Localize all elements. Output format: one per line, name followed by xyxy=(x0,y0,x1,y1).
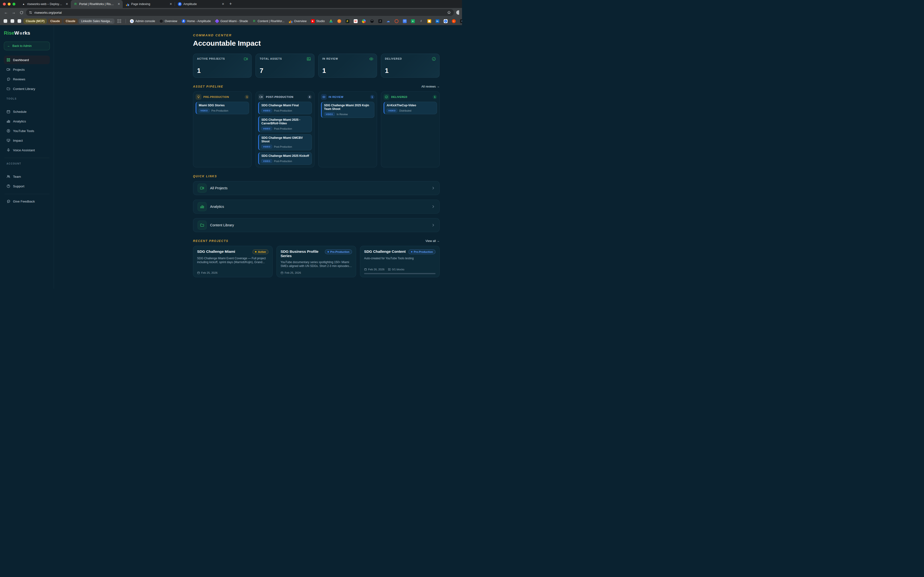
tab-group-claude-2[interactable]: Claude xyxy=(63,19,78,24)
column-name: DELIVERED xyxy=(391,95,431,98)
all-reviews-link[interactable]: All reviews → xyxy=(421,85,440,88)
sidebar-item-analytics[interactable]: Analytics xyxy=(4,117,50,126)
card-title: SDG Challenge Miami 2025 Kojin Team Shoo… xyxy=(324,104,372,111)
pipeline-card[interactable]: Miami SDG Stories VIDEOPre-Production xyxy=(196,102,249,114)
bookmark-cloud[interactable]: ☁ xyxy=(385,19,392,23)
bookmark-riseworks-website[interactable]: // RiseWorks Websit... xyxy=(458,19,462,23)
bookmark-overview-1[interactable]: Overview xyxy=(158,19,179,23)
project-card-sdg-challenge-content[interactable]: SDG Challenge Content Pre-Production Aut… xyxy=(360,246,440,277)
extension-icon-partial[interactable] xyxy=(456,10,459,15)
back-icon[interactable]: ← xyxy=(3,10,9,16)
bookmark-studio[interactable]: ▶ Studio xyxy=(309,19,326,23)
quick-link-content-library[interactable]: Content Library xyxy=(193,218,440,232)
bookmark-good-miami-shade[interactable]: Good Miami - Shade xyxy=(213,19,250,23)
bookmark-sheets[interactable]: + xyxy=(409,19,416,23)
quick-link-analytics[interactable]: Analytics xyxy=(193,200,440,214)
amplitude-icon: A xyxy=(178,2,182,6)
tab-page-indexing[interactable]: Page indexing ✕ xyxy=(123,0,175,8)
sidebar-tools: Schedule Analytics YouTube Tools Impact … xyxy=(4,107,50,155)
column-cards: SDG Challenge Miami 2025 Kojin Team Shoo… xyxy=(321,102,374,118)
sidebar-item-dashboard[interactable]: Dashboard xyxy=(4,56,50,64)
sidebar-item-content-library[interactable]: Content Library xyxy=(4,84,50,93)
sidebar-item-reviews[interactable]: Reviews xyxy=(4,75,50,84)
bookmark-star-icon[interactable] xyxy=(447,11,451,15)
sidebar-divider xyxy=(4,194,49,194)
bookmark-docs[interactable] xyxy=(401,19,408,23)
sidebar-footer: Give Feedback xyxy=(4,197,50,206)
bookmark-strokes[interactable]: // xyxy=(418,19,425,23)
minimize-window-button[interactable] xyxy=(8,3,11,5)
status-dot xyxy=(411,251,413,253)
reload-icon[interactable] xyxy=(18,10,24,16)
bookmark-reddit[interactable]: ☺ xyxy=(450,19,458,23)
new-tab-button[interactable]: + xyxy=(227,2,234,6)
project-card-sdg-challenge-miami[interactable]: SDG Challenge Miami Active SDG Challenge… xyxy=(193,246,273,277)
bookmark-gmail[interactable]: M xyxy=(352,19,359,23)
bookmark-compass[interactable] xyxy=(442,19,449,23)
close-tab-icon[interactable]: ✕ xyxy=(221,2,225,6)
close-tab-icon[interactable]: ✕ xyxy=(65,2,69,6)
close-tab-icon[interactable]: ✕ xyxy=(117,2,121,6)
bookmark-overview-2[interactable]: Overview xyxy=(287,19,308,23)
pipeline-card[interactable]: SDG Challenge Miami GMCBV Shoot VIDEOPos… xyxy=(258,134,311,150)
tab-group-square-icon[interactable] xyxy=(11,19,14,23)
tab-deployments[interactable]: ▲ riseworks-web – Deployments ✕ xyxy=(19,0,71,8)
sidebar-item-schedule[interactable]: Schedule xyxy=(4,107,50,116)
zoom-window-button[interactable] xyxy=(13,3,15,5)
bookmark-photos[interactable] xyxy=(360,19,368,23)
forward-icon[interactable]: → xyxy=(11,10,17,16)
sidebar-item-give-feedback[interactable]: Give Feedback xyxy=(4,197,50,206)
sidebar-item-label: Analytics xyxy=(13,119,26,123)
lightbulb-icon xyxy=(196,94,202,100)
pipeline-card[interactable]: AI-KickTheCup-Video VIDEODistributed xyxy=(384,102,437,114)
asset-pipeline-header: ASSET PIPELINE All reviews → xyxy=(193,85,440,88)
tab-group-claude-1[interactable]: Claude xyxy=(48,19,62,24)
tab-group-square-icon[interactable] xyxy=(3,19,7,23)
view-all-link[interactable]: View all → xyxy=(426,239,440,243)
bookmark-bolt[interactable]: ⚡ xyxy=(344,19,351,23)
calendar-icon xyxy=(6,110,10,113)
quick-link-all-projects[interactable]: All Projects xyxy=(193,181,440,195)
bookmark-sunburst[interactable] xyxy=(336,19,343,23)
bookmark-ring[interactable] xyxy=(393,19,400,23)
tab-group-linkedin-nav[interactable]: LinkedIn Sales Naviga... xyxy=(79,19,114,24)
sidebar-divider xyxy=(4,158,49,158)
pipeline-card[interactable]: SDG Challenge Miami 2025 Kickoff VIDEOPo… xyxy=(258,152,311,165)
pipeline-card[interactable]: SDG Challenge Miami Final VIDEOPost-Prod… xyxy=(258,102,311,114)
project-card-sdg-business-profile-series[interactable]: SDG Business Profile Series Pre-Producti… xyxy=(276,246,356,277)
sidebar-item-voice-assistant[interactable]: Voice Assistant xyxy=(4,146,50,155)
tab-group-square-icon[interactable] xyxy=(18,19,21,23)
sidebar-item-team[interactable]: Team xyxy=(4,172,50,181)
url-bar[interactable]: riseworks.org/portal xyxy=(26,9,454,16)
back-to-admin-button[interactable]: ← Back to Admin xyxy=(4,42,50,50)
asset-pipeline-label: ASSET PIPELINE xyxy=(193,85,223,88)
bookmark-drive[interactable] xyxy=(327,19,335,23)
calendar-icon xyxy=(197,271,200,274)
tab-amplitude[interactable]: A Amplitude ✕ xyxy=(175,0,227,8)
tab-group-claude-mcp[interactable]: Claude (MCP) xyxy=(23,19,47,24)
apps-grid-icon[interactable] xyxy=(118,19,121,23)
sidebar-item-impact[interactable]: Impact xyxy=(4,136,50,145)
site-settings-icon[interactable] xyxy=(29,11,32,14)
quick-links: All Projects Analytics Content Library xyxy=(193,181,440,232)
bar-chart-icon xyxy=(198,202,207,211)
bookmark-home-amplitude[interactable]: A Home - Amplitude xyxy=(180,19,213,23)
bookmarks-bar: Claude (MCP) Claude Claude LinkedIn Sale… xyxy=(0,17,462,25)
youtube-icon: ▶ xyxy=(311,19,315,23)
pipeline-card[interactable]: SDG Challenge Miami 2025 - CarverBRoll-V… xyxy=(258,116,311,132)
bookmark-admin-console[interactable]: G Admin console xyxy=(128,19,156,23)
bookmark-linkedin[interactable]: in xyxy=(434,19,441,23)
close-window-button[interactable] xyxy=(3,3,6,5)
bookmark-content-riseworks[interactable]: R Content | RiseWor... xyxy=(251,19,286,23)
sidebar-item-support[interactable]: Support xyxy=(4,182,50,190)
sidebar-item-projects[interactable]: Projects xyxy=(4,65,50,74)
sidebar-item-youtube-tools[interactable]: YouTube Tools xyxy=(4,127,50,135)
pipeline-card[interactable]: SDG Challenge Miami 2025 Kojin Team Shoo… xyxy=(321,102,374,118)
bookmark-keep[interactable] xyxy=(426,19,433,23)
tab-portal-active[interactable]: R Portal | RiseWorks | RiseWorks ✕ xyxy=(71,0,123,8)
url-text[interactable]: riseworks.org/portal xyxy=(34,11,445,15)
close-tab-icon[interactable]: ✕ xyxy=(169,2,173,6)
bookmark-signature[interactable]: // xyxy=(377,19,384,23)
users-icon xyxy=(6,175,10,179)
bookmark-arc[interactable] xyxy=(368,19,376,23)
